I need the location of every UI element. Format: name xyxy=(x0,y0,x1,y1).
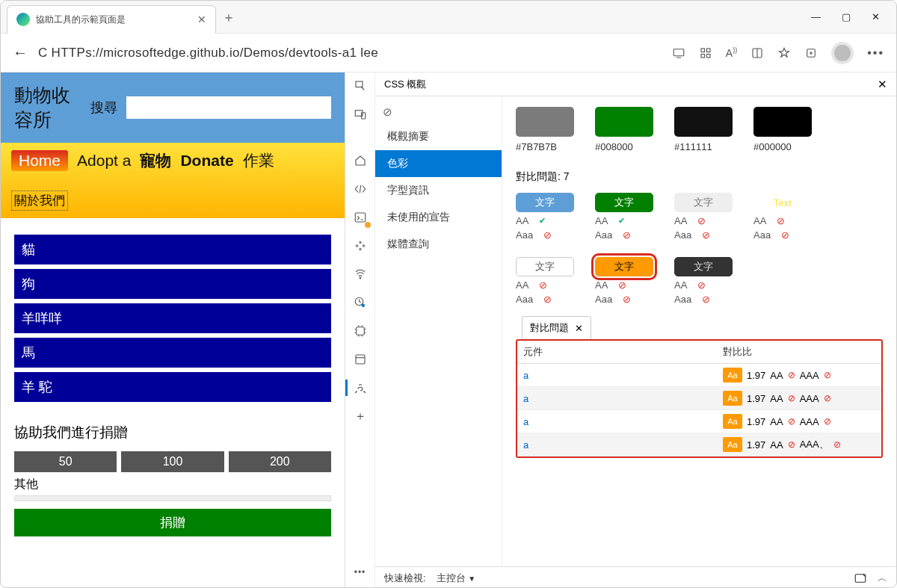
contrast-card[interactable]: 文字AA✔Aaa⊘ xyxy=(595,193,653,241)
element-link: a xyxy=(523,416,528,427)
contrast-badge: 文字 xyxy=(516,257,574,276)
svg-rect-7 xyxy=(356,81,363,87)
swatch[interactable]: #008000 xyxy=(595,107,653,152)
apps-icon[interactable] xyxy=(699,46,712,60)
close-tab-icon[interactable]: ✕ xyxy=(197,13,206,25)
css-overview-icon[interactable] xyxy=(351,379,369,397)
contrast-card[interactable]: 文字AA⊘Aaa⊘ xyxy=(674,257,733,305)
contrast-card[interactable]: 文字AA⊘Aaa⊘ xyxy=(674,193,733,241)
animal-list: 貓 狗 羊咩咩 馬 羊 駝 xyxy=(14,235,331,402)
network-icon[interactable] xyxy=(351,265,369,283)
drawer-console-tab[interactable]: 主控台 ▼ xyxy=(437,572,476,585)
list-item[interactable]: 馬 xyxy=(14,338,331,368)
table-row[interactable]: a Aa 1.97 AA⊘ AAA、⊘ xyxy=(517,433,881,457)
table-row[interactable]: a Aa 1.97 AA⊘ AAA⊘ xyxy=(517,387,881,410)
list-item[interactable]: 羊咩咩 xyxy=(14,303,331,333)
donate-submit-button[interactable]: 捐贈 xyxy=(14,509,331,536)
contrast-issues-table-box: 元件 對比比 a Aa 1.97 AA⊘ AAA⊘ a Aa 1.97 AA⊘ … xyxy=(516,339,883,458)
site-title: 動物收容所 xyxy=(14,83,81,132)
list-item[interactable]: 狗 xyxy=(14,269,331,299)
reader-icon[interactable] xyxy=(750,46,764,60)
list-item[interactable]: 貓 xyxy=(14,235,331,264)
application-icon[interactable] xyxy=(351,350,369,368)
contrast-card[interactable]: 文字AA⊘Aaa⊘ xyxy=(595,257,653,305)
address-text[interactable]: C HTTPs://microsoftedge.github.io/Demos/… xyxy=(38,46,662,61)
contrast-issues-panel: 對比問題 ✕ 元件 對比比 a Aa 1.97 AA⊘ AAA⊘ a xyxy=(516,317,883,458)
swatch[interactable]: #000000 xyxy=(753,107,812,152)
nav-jobs[interactable]: 作業 xyxy=(243,150,274,171)
table-row[interactable]: a Aa 1.97 AA⊘ AAA⊘ xyxy=(517,364,881,387)
search-input[interactable] xyxy=(126,96,331,119)
minimize-button[interactable]: — xyxy=(811,11,821,22)
nav-home[interactable]: Home xyxy=(11,150,68,171)
collections-icon[interactable] xyxy=(804,46,818,60)
new-tab-button[interactable]: ＋ xyxy=(222,8,235,26)
favorite-icon[interactable] xyxy=(777,46,791,60)
devtools-activity-bar: ＋ ••• xyxy=(345,72,374,588)
sidebar-item-unused[interactable]: 未使用的宣告 xyxy=(375,204,502,231)
window-controls: — ▢ ✕ xyxy=(811,11,896,22)
col-element: 元件 xyxy=(517,341,717,364)
other-amount-input[interactable] xyxy=(14,495,331,501)
nav-adopt[interactable]: Adopt a xyxy=(77,152,131,170)
profile-avatar[interactable] xyxy=(831,42,854,64)
swatch[interactable]: #111111 xyxy=(674,107,733,152)
drawer-collapse-icon[interactable]: ︿ xyxy=(878,572,887,585)
devtools-body: ⊘ 概觀摘要 色彩 字型資訊 未使用的宣告 媒體查詢 #7B7B7B #0080… xyxy=(375,96,896,566)
page-banner: 動物收容所 搜尋 xyxy=(1,72,345,143)
nav-about[interactable]: 關於我們 xyxy=(11,191,68,211)
sidebar-item-colors[interactable]: 色彩 xyxy=(375,150,502,177)
devtools-drawer: 快速檢視: 主控台 ▼ ︿ xyxy=(375,566,896,588)
svg-rect-1 xyxy=(701,49,705,52)
nav-donate[interactable]: Donate xyxy=(180,152,233,170)
swatch[interactable]: #7B7B7B xyxy=(516,107,574,152)
table-row[interactable]: a Aa 1.97 AA⊘ AAA⊘ xyxy=(517,410,881,433)
inspect-element-icon[interactable] xyxy=(351,77,369,95)
donate-200-button[interactable]: 200 xyxy=(229,451,331,472)
screencast-icon[interactable] xyxy=(672,46,685,60)
more-tools-icon[interactable]: ＋ xyxy=(351,407,369,425)
list-item[interactable]: 羊 駝 xyxy=(14,372,331,402)
contrast-card[interactable]: 文字AA✔Aaa⊘ xyxy=(516,193,574,241)
donate-50-button[interactable]: 50 xyxy=(14,451,117,472)
elements-icon[interactable] xyxy=(351,180,369,198)
close-tab-icon[interactable]: ✕ xyxy=(575,323,583,334)
contrast-card[interactable]: 文字AA⊘Aaa⊘ xyxy=(516,257,574,305)
element-link: a xyxy=(523,439,528,451)
browser-tab[interactable]: 協助工具的示範頁面是 ✕ xyxy=(7,5,216,34)
url-actions: A)) ••• xyxy=(672,42,884,64)
sidebar-item-fonts[interactable]: 字型資訊 xyxy=(375,177,502,204)
clear-overview-icon[interactable]: ⊘ xyxy=(375,101,502,123)
contrast-card[interactable]: TextAA⊘Aaa⊘ xyxy=(753,193,812,241)
sidebar-item-summary[interactable]: 概觀摘要 xyxy=(375,123,502,150)
maximize-button[interactable]: ▢ xyxy=(842,11,851,22)
element-link: a xyxy=(523,370,528,381)
performance-icon[interactable] xyxy=(351,294,369,312)
col-ratio: 對比比 xyxy=(717,341,881,364)
console-icon[interactable] xyxy=(351,208,369,226)
read-aloud-icon[interactable]: A)) xyxy=(726,46,737,59)
more-icon[interactable]: ••• xyxy=(867,46,884,60)
nav-pets[interactable]: 寵物 xyxy=(140,150,171,171)
sample-badge: Aa xyxy=(723,414,742,429)
devtools-close-icon[interactable]: ✕ xyxy=(878,78,887,91)
sample-badge: Aa xyxy=(723,437,742,452)
back-button[interactable]: ← xyxy=(13,44,28,61)
svg-rect-4 xyxy=(706,54,710,58)
drawer-issues-icon[interactable] xyxy=(854,572,867,585)
donate-heading: 協助我們進行捐贈 xyxy=(14,423,331,442)
contrast-issues-tab[interactable]: 對比問題 ✕ xyxy=(522,316,591,339)
sidebar-item-media[interactable]: 媒體查詢 xyxy=(375,231,502,258)
donate-amounts: 50 100 200 xyxy=(14,451,331,472)
contrast-badge: Text xyxy=(753,193,812,212)
device-toggle-icon[interactable] xyxy=(351,105,369,123)
svg-rect-3 xyxy=(701,54,705,58)
edge-favicon xyxy=(16,13,30,26)
devtools-menu-icon[interactable]: ••• xyxy=(351,563,369,581)
contrast-badge: 文字 xyxy=(674,257,733,276)
donate-100-button[interactable]: 100 xyxy=(121,451,224,472)
welcome-icon[interactable] xyxy=(351,152,369,170)
sources-icon[interactable] xyxy=(351,237,369,255)
close-window-button[interactable]: ✕ xyxy=(872,11,880,22)
memory-icon[interactable] xyxy=(351,322,369,340)
